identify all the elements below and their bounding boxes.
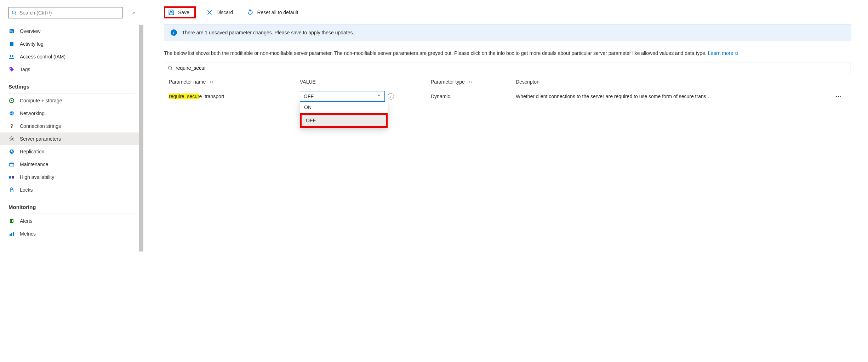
nav-alerts[interactable]: Alerts [0,215,143,227]
divider [8,214,135,214]
column-value[interactable]: VALUE [300,79,431,85]
sort-icon: ↑↓ [209,79,213,84]
replication-icon [8,148,15,155]
external-link-icon: ⧉ [734,51,738,56]
column-description[interactable]: Descripton [516,79,832,85]
svg-line-1 [15,14,17,15]
database-icon: My [8,28,15,34]
save-icon [168,9,175,16]
sidebar-search[interactable] [8,7,122,18]
learn-more-link[interactable]: Learn more ⧉ [708,50,738,56]
value-select-current: OFF [304,94,314,99]
svg-point-0 [12,11,16,14]
svg-rect-29 [170,10,172,12]
nav-settings: Compute + storage Networking Connection … [0,94,143,196]
column-parameter-type[interactable]: Parameter type ↑↓ [431,79,516,85]
nav-label: Networking [20,111,45,116]
discard-button-label: Discard [216,10,233,15]
parameter-name-cell: require_secure_transport [169,94,300,99]
alerts-icon [8,218,15,224]
nav-label: Server parameters [20,136,61,142]
nav-activity-log[interactable]: Activity log [0,38,143,50]
nav-label: Maintenance [20,162,48,167]
nav-label: High availability [20,174,54,180]
nav-compute-storage[interactable]: Compute + storage [0,94,143,107]
nav-maintenance[interactable]: Maintenance [0,158,143,171]
sidebar-collapse-button[interactable]: « [132,10,135,16]
save-button-label: Save [178,10,189,15]
nav-monitoring: Alerts Metrics [0,215,143,240]
svg-rect-25 [10,219,13,223]
nav-tags[interactable]: Tags [0,63,143,76]
gear-icon [8,136,15,142]
dropdown-option-on[interactable]: ON [300,102,388,113]
chevron-up-icon: ⌃ [377,94,381,99]
value-select[interactable]: OFF ⌃ [300,91,385,102]
nav-general: My Overview Activity log Access control … [0,25,143,76]
notice-text: There are 1 unsaved parameter changes. P… [182,30,354,35]
reset-button[interactable]: Reset all to default [244,8,302,17]
svg-rect-27 [11,233,12,236]
nav-networking[interactable]: Networking [0,107,143,120]
nav-replication[interactable]: Replication [0,145,143,158]
lock-icon [8,187,15,193]
info-icon: i [171,29,177,36]
main-content: Save Discard Reset all to default i Ther… [143,0,868,362]
parameter-filter[interactable] [164,62,851,74]
parameter-type-cell: Dynamic [431,94,516,99]
sidebar-scrollbar[interactable] [139,25,143,362]
search-icon [168,66,173,70]
description-text: The below list shows both the modifiable… [164,50,708,56]
filter-match-highlight: require_secur [169,94,199,99]
maintenance-icon [8,161,15,168]
nav-locks[interactable]: Locks [0,183,143,196]
column-parameter-name[interactable]: Parameter name ↑↓ [169,79,300,85]
svg-rect-26 [10,234,11,236]
nav-label: Compute + storage [20,98,62,103]
connection-icon [8,123,15,129]
toolbar: Save Discard Reset all to default [164,6,851,24]
nav-overview[interactable]: My Overview [0,25,143,38]
svg-rect-17 [12,124,12,125]
nav-server-parameters[interactable]: Server parameters [0,132,143,145]
nav-label: Alerts [20,218,33,224]
nav-label: Activity log [20,41,44,47]
svg-rect-28 [13,232,14,236]
availability-icon [8,174,15,180]
sort-icon: ↑↓ [468,79,473,84]
svg-rect-24 [10,190,13,192]
parameter-value-cell: OFF ⌃ i ON OFF [300,91,431,102]
dropdown-option-off[interactable]: OFF [300,113,388,128]
unsaved-changes-notice: i There are 1 unsaved parameter changes.… [164,24,851,41]
log-icon [8,41,15,47]
svg-rect-30 [170,13,173,15]
row-more-button[interactable]: ··· [832,94,846,99]
nav-high-availability[interactable]: High availability [0,171,143,183]
sidebar: « My Overview Activity log Access contro… [0,0,143,362]
svg-point-33 [169,66,172,69]
nav-connection-strings[interactable]: Connection strings [0,120,143,132]
nav-label: Locks [20,187,33,193]
scrollbar-thumb[interactable] [139,25,143,251]
nav-label: Replication [20,149,44,154]
svg-rect-23 [12,176,14,179]
value-dropdown: ON OFF [300,102,388,128]
nav-label: Access control (IAM) [20,54,65,60]
svg-rect-16 [11,124,12,125]
svg-point-9 [10,68,11,69]
svg-rect-15 [11,126,12,128]
section-monitoring-header: Monitoring [0,196,143,212]
nav-access-control[interactable]: Access control (IAM) [0,50,143,63]
sidebar-search-input[interactable] [19,10,119,16]
svg-point-11 [11,100,12,101]
reset-button-label: Reset all to default [257,10,298,15]
info-icon[interactable]: i [388,93,394,100]
parameter-filter-input[interactable] [176,65,847,71]
discard-button[interactable]: Discard [203,8,236,17]
nav-metrics[interactable]: Metrics [0,227,143,240]
nav-label: Connection strings [20,123,61,129]
section-settings-header: Settings [0,76,143,92]
compute-icon [8,97,15,104]
save-button[interactable]: Save [164,6,196,18]
svg-rect-6 [11,44,13,44]
